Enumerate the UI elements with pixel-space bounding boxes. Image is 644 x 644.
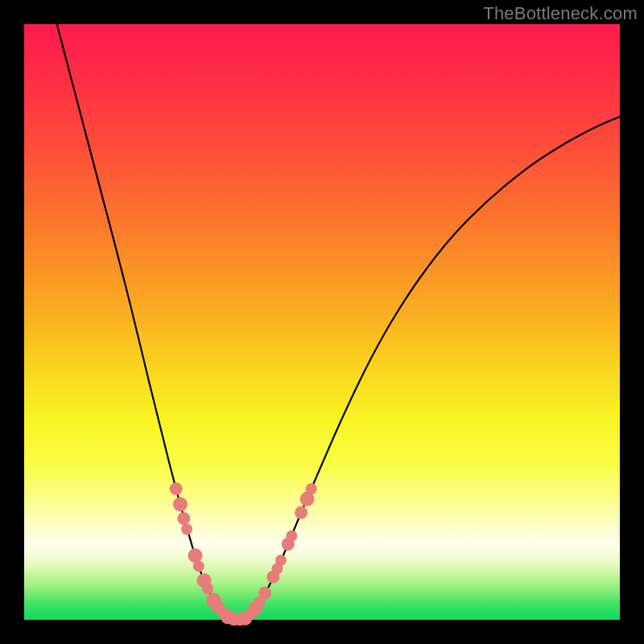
data-marker (188, 548, 202, 563)
data-marker (181, 524, 192, 535)
data-marker (173, 497, 188, 511)
data-marker (258, 587, 271, 600)
data-marker (170, 482, 183, 495)
data-marker (202, 584, 213, 595)
curve-left-branch (57, 24, 239, 620)
data-marker (286, 530, 297, 542)
data-marker (306, 483, 317, 494)
data-marker (275, 555, 287, 566)
chart-frame: TheBottleneck.com (0, 0, 644, 644)
data-marker (177, 512, 190, 525)
plot-svg (24, 24, 620, 620)
data-marker (193, 560, 204, 572)
watermark-text: TheBottleneck.com (483, 3, 638, 24)
data-marker (295, 506, 308, 519)
curve-right-branch (238, 117, 620, 620)
plot-area (24, 24, 620, 620)
